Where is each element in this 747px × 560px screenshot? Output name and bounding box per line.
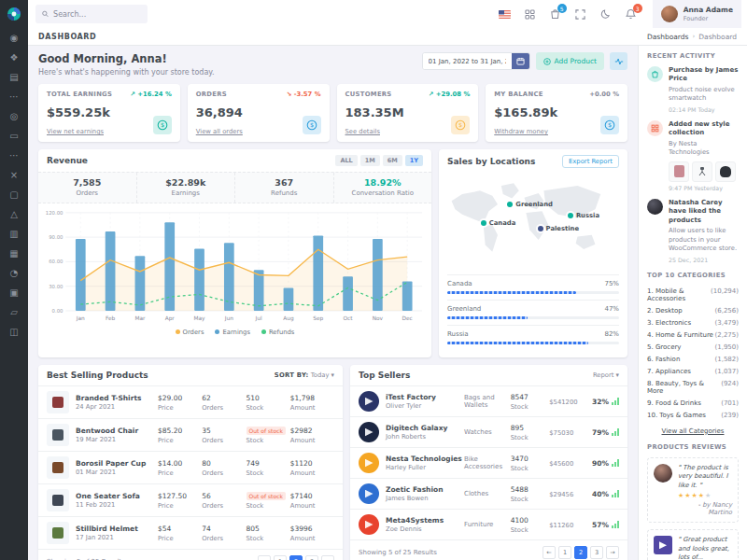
revenue-filter-chip[interactable]: 1M <box>360 155 380 166</box>
calendar-button[interactable] <box>512 53 529 69</box>
legend-item[interactable]: Earnings <box>215 329 250 336</box>
add-product-button[interactable]: Add Product <box>536 52 604 70</box>
sidebar-nav-item[interactable]: ▭ <box>0 126 28 146</box>
page-button[interactable]: 3 <box>305 555 318 560</box>
sidebar-nav-item[interactable]: ◔ <box>0 263 28 283</box>
product-name[interactable]: One Seater Sofa <box>76 492 158 501</box>
map-marker[interactable]: Greenland <box>507 201 553 208</box>
category-row[interactable]: 9. Food & Drinks (701) <box>647 398 739 410</box>
page-button[interactable]: 3 <box>590 546 603 559</box>
sidebar-nav-item[interactable]: ▦ <box>0 244 28 263</box>
sidebar-nav-item[interactable]: ▢ <box>0 185 28 204</box>
category-row[interactable]: 7. Appliances (1,037) <box>647 366 739 378</box>
dark-mode-button[interactable] <box>599 7 613 21</box>
revenue-filter-chip[interactable]: ALL <box>335 155 357 166</box>
product-name[interactable]: Branded T-Shirts <box>76 394 158 403</box>
category-row[interactable]: 2. Desktop (6,256) <box>647 305 739 317</box>
language-flag-button[interactable] <box>499 7 512 21</box>
category-row[interactable]: 8. Beauty, Toys & More (924) <box>647 378 739 398</box>
activity-title[interactable]: Added new style collection <box>669 120 739 138</box>
page-button[interactable]: → <box>606 546 619 559</box>
table-row[interactable]: Digitech Galaxy John Roberts Watches 895… <box>350 416 627 447</box>
sidebar-nav-item[interactable]: ▥ <box>0 224 28 244</box>
apps-grid-button[interactable] <box>524 7 537 21</box>
sidebar-nav-item[interactable]: ▤ <box>0 67 28 87</box>
stat-link[interactable]: Withdraw money <box>494 128 548 135</box>
activity-title[interactable]: Purchase by James Price <box>669 66 739 84</box>
page-button[interactable]: 2 <box>289 555 303 560</box>
search-box[interactable] <box>35 5 148 23</box>
table-row[interactable]: Meta4Systems Zoe Dennis Furniture 4100St… <box>350 509 627 539</box>
activity-pulse-button[interactable] <box>610 52 627 70</box>
stat-link[interactable]: View net earnings <box>47 128 104 135</box>
bag-thumbnail[interactable] <box>715 161 736 182</box>
category-row[interactable]: 4. Home & Furniture (2,275) <box>647 329 739 342</box>
seller-company[interactable]: Meta4Systems <box>386 516 464 525</box>
revenue-filter-chip[interactable]: 1Y <box>405 155 423 166</box>
sidebar-nav-item[interactable]: △ <box>0 204 28 224</box>
table-row[interactable]: One Seater Sofa 11 Feb 2021 $127.50Price… <box>38 483 343 516</box>
table-row[interactable]: Stillbird Helmet 17 Jan 2021 $54Price 74… <box>38 516 343 549</box>
report-dropdown[interactable]: Report ▾ <box>593 371 619 379</box>
jacket-thumbnail[interactable] <box>669 161 689 182</box>
table-row[interactable]: Nesta Technologies Harley Fuller Bike Ac… <box>350 447 627 478</box>
category-row[interactable]: 10. Toys & Games (239) <box>647 410 739 422</box>
table-row[interactable]: Zoetic Fashion James Bowen Clothes 5488S… <box>350 478 627 509</box>
date-range-picker[interactable] <box>422 52 530 70</box>
category-row[interactable]: 1. Mobile & Accessories (10,294) <box>647 286 739 305</box>
revenue-filter-chip[interactable]: 6M <box>383 155 402 166</box>
map-marker[interactable]: Canada <box>481 219 515 227</box>
page-button[interactable]: ← <box>543 546 556 559</box>
seller-company[interactable]: Nesta Technologies <box>386 455 464 463</box>
tripod-thumbnail[interactable] <box>692 161 712 182</box>
view-all-categories-link[interactable]: View all Categories <box>647 427 739 435</box>
page-button[interactable]: 1 <box>558 546 571 559</box>
category-row[interactable]: 5. Grocery (1,950) <box>647 342 739 354</box>
location-percent: 82% <box>604 330 619 338</box>
table-row[interactable]: Branded T-Shirts 24 Apr 2021 $29.00Price… <box>38 385 343 418</box>
sidebar-nav-item[interactable]: ◉ <box>0 28 28 48</box>
user-menu[interactable]: Anna Adame Founder <box>653 0 741 28</box>
map-marker[interactable]: Russia <box>568 212 599 219</box>
sidebar-nav-item[interactable]: ▱ <box>0 302 28 322</box>
sidebar-nav-item[interactable]: ◫ <box>0 322 28 342</box>
stat-link[interactable]: See details <box>345 128 380 135</box>
map-marker[interactable]: Palestine <box>538 225 579 232</box>
activity-title[interactable]: Natasha Carey have liked the products <box>669 199 739 225</box>
seller-company[interactable]: iTest Factory <box>386 393 464 401</box>
stat-link[interactable]: View all orders <box>196 128 243 135</box>
cart-button[interactable]: 5 <box>549 7 562 21</box>
product-name[interactable]: Borosil Paper Cup <box>76 459 158 469</box>
search-input[interactable] <box>53 10 141 19</box>
sidebar-nav-item[interactable]: ◎ <box>0 106 28 126</box>
table-row[interactable]: Borosil Paper Cup 01 Mar 2021 $14.00Pric… <box>38 451 343 483</box>
table-row[interactable]: Bentwood Chair 19 Mar 2021 $85.20Price 3… <box>38 418 343 451</box>
page-button[interactable]: 1 <box>274 555 287 560</box>
app-logo[interactable] <box>0 0 28 28</box>
notifications-button[interactable]: 3 <box>625 7 638 21</box>
category-count: (1,950) <box>714 343 739 351</box>
location-progress-track <box>447 291 619 294</box>
table-row[interactable]: iTest Factory Oliver Tyler Bags and Wall… <box>350 385 627 416</box>
sidebar-nav-item[interactable]: ❖ <box>0 48 28 67</box>
page-button[interactable]: ← <box>258 555 271 560</box>
seller-company[interactable]: Digitech Galaxy <box>386 424 464 432</box>
page-button[interactable]: → <box>321 555 334 560</box>
fullscreen-button[interactable] <box>574 7 587 21</box>
breadcrumb-root[interactable]: Dashboards <box>647 33 689 41</box>
sidebar-nav-item[interactable]: ⋯ <box>0 146 28 165</box>
product-name[interactable]: Bentwood Chair <box>76 427 158 436</box>
category-row[interactable]: 3. Electronics (3,479) <box>647 317 739 329</box>
sidebar-nav-item[interactable]: ⋯ <box>0 87 28 106</box>
product-name[interactable]: Stillbird Helmet <box>76 525 158 534</box>
sidebar-nav-item[interactable]: × <box>0 165 28 185</box>
legend-item[interactable]: Refunds <box>261 329 294 336</box>
sort-by-dropdown[interactable]: SORT BY: Today ▾ <box>275 371 334 379</box>
date-range-input[interactable] <box>423 53 512 69</box>
legend-item[interactable]: Orders <box>176 329 204 336</box>
page-button[interactable]: 2 <box>574 546 587 559</box>
sidebar-nav-item[interactable]: ▣ <box>0 283 28 302</box>
seller-company[interactable]: Zoetic Fashion <box>386 485 464 494</box>
export-report-button[interactable]: Export Report <box>562 155 619 168</box>
category-row[interactable]: 6. Fashion (1,582) <box>647 354 739 366</box>
